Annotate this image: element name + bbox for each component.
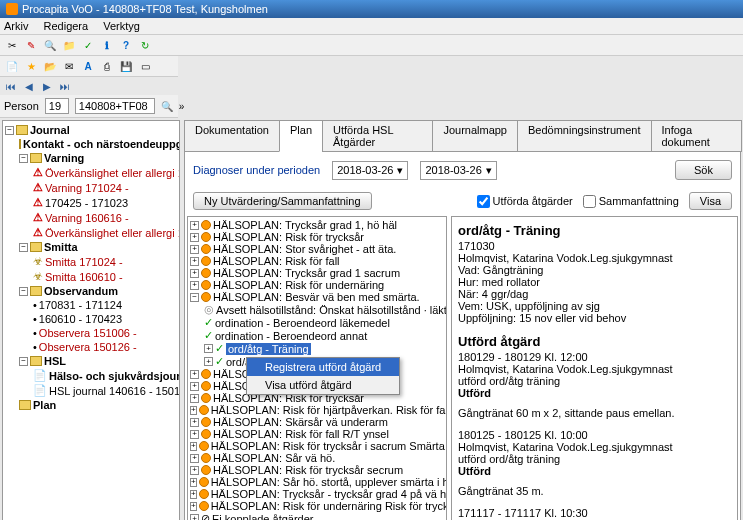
tool-search-icon[interactable]: 🔍 xyxy=(42,37,58,53)
plan-item[interactable]: HÄLSOPLAN: Risk för undernäring Risk för… xyxy=(211,500,447,512)
tab-utforda[interactable]: Utförda HSL Åtgärder xyxy=(322,120,433,152)
expand-icon[interactable]: + xyxy=(190,430,199,439)
tree-journal[interactable]: Journal xyxy=(30,124,70,136)
plan-item[interactable]: HÄLSOPLAN: Risk för trycksår i sacrum Sm… xyxy=(211,440,447,452)
cm-visa[interactable]: Visa utförd åtgärd xyxy=(247,376,399,394)
tree-varning[interactable]: Varning xyxy=(44,152,84,164)
tree-item[interactable]: Varning 160616 - xyxy=(45,212,129,224)
expand-icon[interactable]: + xyxy=(204,344,213,353)
plan-item[interactable]: HÄLSOPLAN: Besvär vä ben med smärta. xyxy=(213,291,420,303)
tree-item[interactable]: Smitta 171024 - xyxy=(45,256,123,268)
expand-icon[interactable]: − xyxy=(19,243,28,252)
tree-item[interactable]: 170425 - 171023 xyxy=(45,197,128,209)
expand-icon[interactable]: + xyxy=(190,394,199,403)
plan-item[interactable]: HÄLSOPLAN: Trycksår grad 1 sacrum xyxy=(213,267,400,279)
plan-item-selected[interactable]: ord/åtg - Träning xyxy=(226,343,311,355)
plan-item[interactable]: HÄLSOPLAN: Risk för trycksår xyxy=(213,231,364,243)
plan-item[interactable]: HÄLSOPLAN: Risk för hjärtpåverkan. Risk … xyxy=(211,404,447,416)
tool-help-icon[interactable]: ? xyxy=(118,37,134,53)
nav-prev-icon[interactable]: ◀ xyxy=(22,79,36,93)
tree-item[interactable]: Hälso- och sjukvårdsjournal 150126 xyxy=(49,370,180,382)
cm-registrera[interactable]: Registrera utförd åtgärd xyxy=(247,358,399,376)
expand-icon[interactable]: + xyxy=(190,257,199,266)
tool-bold-icon[interactable]: A xyxy=(80,58,96,74)
expand-icon[interactable]: + xyxy=(190,221,199,230)
visa-button[interactable]: Visa xyxy=(689,192,732,210)
tree-item[interactable]: Observera 150126 - xyxy=(39,341,137,353)
menu-arkiv[interactable]: Arkiv xyxy=(4,20,28,32)
expand-icon[interactable]: + xyxy=(190,406,197,415)
plan-item[interactable]: Avsett hälsotillstånd: Önskat hälsotills… xyxy=(216,304,447,316)
plan-item[interactable]: HÄLSOPLAN: Sår vä hö. xyxy=(213,452,335,464)
tree-kontakt[interactable]: Kontakt - och närstoendeuppgifter xyxy=(23,138,180,150)
plan-item[interactable]: ordination - Beroendeord annat xyxy=(215,330,367,342)
expand-icon[interactable]: + xyxy=(190,281,199,290)
plan-item[interactable]: HÄLSOPLAN: Trycksår grad 1, hö häl xyxy=(213,219,397,231)
expand-icon[interactable]: + xyxy=(190,466,199,475)
plan-item[interactable]: HÄLSOPLAN: Skärsår vä underarm xyxy=(213,416,388,428)
tool-star-icon[interactable]: ★ xyxy=(23,58,39,74)
nav-first-icon[interactable]: ⏮ xyxy=(4,79,18,93)
tree-item[interactable]: 160610 - 170423 xyxy=(39,313,122,325)
tool-doc-icon[interactable]: 📄 xyxy=(4,58,20,74)
expand-icon[interactable]: + xyxy=(190,454,199,463)
tab-dokumentation[interactable]: Dokumentation xyxy=(184,120,280,152)
expand-icon[interactable]: − xyxy=(19,287,28,296)
journal-tree[interactable]: −Journal Kontakt - och närstoendeuppgift… xyxy=(2,120,180,520)
tree-item[interactable]: Observera 151006 - xyxy=(39,327,137,339)
expand-icon[interactable]: − xyxy=(190,293,199,302)
person-search-icon[interactable]: 🔍 xyxy=(161,98,173,114)
tool-wand-icon[interactable]: ✎ xyxy=(23,37,39,53)
expand-icon[interactable]: + xyxy=(190,478,197,487)
date-from-select[interactable]: 2018-03-26▾ xyxy=(332,161,408,180)
expand-icon[interactable]: − xyxy=(19,154,28,163)
expand-icon[interactable]: + xyxy=(204,357,213,366)
person-num-input[interactable] xyxy=(45,98,69,114)
expand-icon[interactable]: + xyxy=(190,370,199,379)
nav-next-icon[interactable]: ▶ xyxy=(40,79,54,93)
person-expand-icon[interactable]: » xyxy=(179,98,185,114)
person-id-input[interactable] xyxy=(75,98,155,114)
tree-item[interactable]: Varning 171024 - xyxy=(45,182,129,194)
tree-item[interactable]: HSL journal 140616 - 150126 xyxy=(49,385,180,397)
tree-item[interactable]: Överkänslighet eller allergi 160610 xyxy=(45,227,180,239)
plan-item[interactable]: HÄLSOPLAN: Stor svårighet - att äta. xyxy=(213,243,396,255)
tool-refresh-icon[interactable]: ↻ xyxy=(137,37,153,53)
cb-utforda-input[interactable] xyxy=(477,195,490,208)
expand-icon[interactable]: + xyxy=(190,382,199,391)
tool-folder-icon[interactable]: 📁 xyxy=(61,37,77,53)
nav-last-icon[interactable]: ⏭ xyxy=(58,79,72,93)
date-to-select[interactable]: 2018-03-26▾ xyxy=(420,161,496,180)
cb-sammanfattning[interactable]: Sammanfattning xyxy=(583,195,679,208)
tool-card-icon[interactable]: ▭ xyxy=(137,58,153,74)
plan-item[interactable]: HÄLSOPLAN: Risk för fall R/T ynsel xyxy=(213,428,389,440)
plan-item[interactable]: HÄLSOPLAN: Risk för fall xyxy=(213,255,340,267)
tool-cut-icon[interactable]: ✂ xyxy=(4,37,20,53)
tree-item[interactable]: Smitta 160610 - xyxy=(45,271,123,283)
plan-item[interactable]: HÄLSOPLAN: Sår hö. stortå, upplever smär… xyxy=(211,476,447,488)
expand-icon[interactable]: − xyxy=(19,357,28,366)
tree-smitta[interactable]: Smitta xyxy=(44,241,78,253)
tree-item[interactable]: Överkänslighet eller allergi 180301 xyxy=(45,167,180,179)
tool-open-icon[interactable]: 📂 xyxy=(42,58,58,74)
tree-item[interactable]: 170831 - 171124 xyxy=(39,299,122,311)
tool-mail-icon[interactable]: ✉ xyxy=(61,58,77,74)
plan-item[interactable]: HÄLSOPLAN: Risk för trycksår secrum xyxy=(213,464,403,476)
expand-icon[interactable]: + xyxy=(190,418,199,427)
plan-item[interactable]: ordination - Beroendeord läkemedel xyxy=(215,317,390,329)
expand-icon[interactable]: + xyxy=(190,502,197,511)
menu-verktyg[interactable]: Verktyg xyxy=(103,20,140,32)
tree-hsl[interactable]: HSL xyxy=(44,355,66,367)
tool-check-icon[interactable]: ✓ xyxy=(80,37,96,53)
expand-icon[interactable]: + xyxy=(190,442,197,451)
expand-icon[interactable]: + xyxy=(190,269,199,278)
tool-print-icon[interactable]: ⎙ xyxy=(99,58,115,74)
ny-utvardering-button[interactable]: Ny Utvärdering/Sammanfattning xyxy=(193,192,372,210)
tab-bedomning[interactable]: Bedömningsinstrument xyxy=(517,120,652,152)
tree-observandum[interactable]: Observandum xyxy=(44,285,118,297)
cb-sammanfattning-input[interactable] xyxy=(583,195,596,208)
plan-tree[interactable]: +HÄLSOPLAN: Trycksår grad 1, hö häl +HÄL… xyxy=(187,216,447,520)
expand-icon[interactable]: + xyxy=(190,245,199,254)
tool-save-icon[interactable]: 💾 xyxy=(118,58,134,74)
expand-icon[interactable]: + xyxy=(190,233,199,242)
